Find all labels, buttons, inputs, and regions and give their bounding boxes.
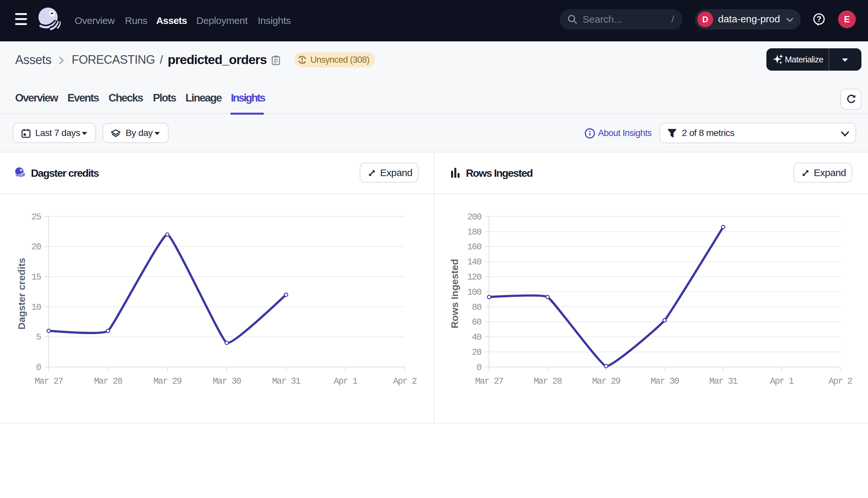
svg-text:40: 40 [472, 332, 481, 342]
svg-text:Mar 28: Mar 28 [534, 377, 562, 386]
svg-text:160: 160 [467, 242, 481, 252]
svg-text:0: 0 [36, 363, 41, 372]
svg-text:Dagster credits: Dagster credits [16, 258, 27, 329]
svg-text:Apr 1: Apr 1 [334, 377, 357, 386]
svg-text:Mar 31: Mar 31 [272, 377, 300, 386]
svg-text:5: 5 [36, 332, 41, 342]
svg-text:20: 20 [31, 242, 41, 252]
svg-text:Mar 29: Mar 29 [592, 377, 621, 386]
svg-text:15: 15 [31, 272, 41, 282]
svg-text:Mar 30: Mar 30 [213, 377, 241, 386]
svg-text:200: 200 [467, 212, 481, 222]
svg-text:100: 100 [467, 287, 481, 297]
svg-text:Mar 27: Mar 27 [35, 377, 63, 386]
svg-text:20: 20 [472, 348, 481, 357]
svg-text:Mar 30: Mar 30 [651, 377, 679, 386]
svg-text:10: 10 [31, 303, 41, 312]
svg-text:?: ? [817, 14, 822, 23]
svg-text:180: 180 [467, 227, 481, 237]
svg-text:120: 120 [467, 272, 481, 282]
svg-text:60: 60 [472, 317, 481, 327]
svg-text:Apr 1: Apr 1 [770, 377, 794, 386]
svg-text:Mar 29: Mar 29 [153, 377, 181, 386]
svg-text:140: 140 [467, 257, 481, 267]
svg-text:Rows Ingested: Rows Ingested [449, 259, 460, 328]
svg-text:80: 80 [472, 303, 481, 312]
svg-text:0: 0 [476, 363, 481, 372]
svg-text:Apr 2: Apr 2 [393, 377, 417, 386]
svg-text:Mar 31: Mar 31 [709, 377, 738, 386]
svg-text:25: 25 [31, 212, 41, 222]
svg-text:Mar 28: Mar 28 [94, 377, 122, 386]
svg-text:Apr 2: Apr 2 [829, 377, 852, 386]
svg-text:Mar 27: Mar 27 [475, 377, 503, 386]
